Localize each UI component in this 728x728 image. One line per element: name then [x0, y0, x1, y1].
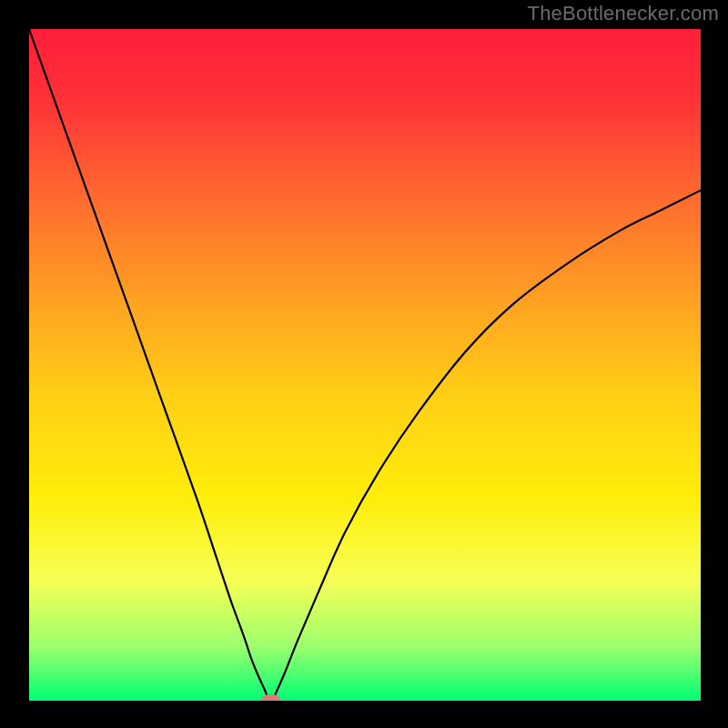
chart-frame: TheBottlenecker.com	[0, 0, 728, 728]
gradient-background	[29, 29, 701, 701]
min-point-marker	[262, 694, 279, 701]
bottleneck-plot	[29, 29, 701, 701]
watermark-text: TheBottlenecker.com	[528, 2, 719, 25]
plot-area	[29, 29, 701, 701]
